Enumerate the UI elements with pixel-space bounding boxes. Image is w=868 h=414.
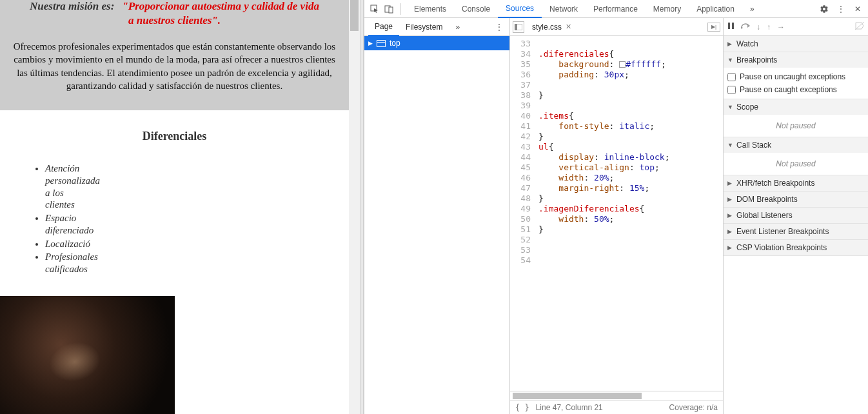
barber-photo [0,296,175,414]
debugger-toolbar: ↓ ↑ → [724,18,868,36]
svg-point-7 [741,27,743,29]
list-item: Profesionales calificados [45,251,81,275]
section-event[interactable]: ▶Event Listener Breakpoints [724,224,868,239]
editor-h-scrollbar[interactable] [510,391,723,400]
frame-icon [377,40,386,47]
rendered-page: Nuestra misión es: "Proporcionar autoest… [0,0,360,414]
mission-quote-bottom: a nuestros clientes". [13,14,336,27]
pause-caught-checkbox[interactable]: Pause on caught exceptions [727,83,864,96]
section-watch[interactable]: ▶Watch [724,36,868,52]
tab-memory[interactable]: Memory [646,0,689,17]
more-tabs-icon[interactable]: » [742,0,762,17]
list-item: Localizació [45,238,81,250]
kebab-menu-icon[interactable]: ⋮ [834,3,847,15]
section-xhr[interactable]: ▶XHR/fetch Breakpoints [724,175,868,191]
tree-expand-icon: ▶ [368,40,373,46]
devtools-panel: Elements Console Sources Network Perform… [364,0,868,414]
tab-application[interactable]: Application [689,0,742,17]
sources-navigator: Page Filesystem » ⋮ ▶ top [364,18,510,414]
items-list: Atención personalizada a los clientes Es… [19,163,330,277]
pause-uncaught-checkbox[interactable]: Pause on uncaught exceptions [727,70,864,83]
tab-elements[interactable]: Elements [406,0,454,17]
section-scope[interactable]: ▼Scope [724,99,868,115]
diferenciales-title: Diferenciales [19,130,330,143]
svg-rect-6 [732,23,734,29]
editor-nav-toggle-icon[interactable] [513,21,524,33]
sources-editor: style.css ✕ ▶| 33 34 35 36 37 38 39 40 4… [510,18,724,414]
pause-icon[interactable] [727,22,735,32]
mission-label: Nuestra misión es: [30,0,114,12]
step-into-icon[interactable]: ↓ [756,23,760,32]
scope-not-paused: Not paused [727,117,864,134]
section-global[interactable]: ▶Global Listeners [724,208,868,223]
list-item: Atención personalizada a los clientes [45,163,81,211]
svg-rect-5 [728,23,730,29]
callstack-not-paused: Not paused [727,155,864,172]
nav-tab-filesystem[interactable]: Filesystem [399,18,449,35]
page-scrollbar-thumb[interactable] [350,0,359,31]
section-callstack[interactable]: ▼Call Stack [724,137,868,153]
section-dom[interactable]: ▶DOM Breakpoints [724,192,868,207]
editor-code[interactable]: .diferenciales{ background: #ffffff; pad… [535,36,723,391]
devtools-toolbar: Elements Console Sources Network Perform… [364,0,868,18]
mission-quote-top: "Proporcionar autoestima y calidad de vi… [122,0,319,12]
list-item: Espacio diferenciado [45,212,81,237]
tree-node-label: top [390,39,400,48]
nav-more-icon[interactable]: » [451,23,464,32]
section-breakpoints[interactable]: ▼Breakpoints [724,52,868,68]
pretty-print-icon[interactable]: { } [515,403,529,412]
close-tab-icon[interactable]: ✕ [566,23,571,31]
svg-rect-4 [515,24,517,30]
hero-description: Ofrecemos profesionales experimentados q… [13,40,336,92]
editor-statusbar: { } Line 47, Column 21 Coverage: n/a [510,400,723,414]
tab-console[interactable]: Console [454,0,498,17]
tree-node-top[interactable]: ▶ top [364,36,509,50]
svg-line-8 [855,22,864,30]
editor-tab-label: style.css [532,23,562,32]
tab-network[interactable]: Network [542,0,586,17]
inspect-element-icon[interactable] [368,3,381,15]
step-icon[interactable]: → [777,23,785,32]
editor-tab-stylecss[interactable]: style.css ✕ [528,18,575,35]
page-scrollbar-track[interactable] [349,0,360,414]
editor-run-snippet-icon[interactable]: ▶| [707,23,720,32]
deactivate-breakpoints-icon[interactable] [855,22,864,32]
diferenciales-section: Diferenciales Atención personalizada a l… [0,110,349,296]
device-toolbar-icon[interactable] [382,3,395,15]
debugger-sidebar: ↓ ↑ → ▶Watch ▼Breakpoints Pause on uncau… [724,18,868,414]
tab-performance[interactable]: Performance [586,0,646,17]
nav-tab-page[interactable]: Page [368,19,399,36]
hero-section: Nuestra misión es: "Proporcionar autoest… [0,0,349,110]
settings-gear-icon[interactable] [818,3,831,15]
devtools-tabbar: Elements Console Sources Network Perform… [406,0,762,17]
cursor-position: Line 47, Column 21 [536,403,603,412]
close-devtools-icon[interactable]: ✕ [851,3,864,15]
nav-kebab-icon[interactable]: ⋮ [493,23,506,32]
tab-sources[interactable]: Sources [498,1,542,18]
editor-gutter: 33 34 35 36 37 38 39 40 41 42 43 44 45 4… [510,36,535,391]
step-out-icon[interactable]: ↑ [767,23,771,32]
coverage-status: Coverage: n/a [669,403,718,412]
svg-rect-2 [389,7,393,13]
section-csp[interactable]: ▶CSP Violation Breakpoints [724,240,868,255]
image-section [0,296,349,414]
step-over-icon[interactable] [741,22,750,32]
